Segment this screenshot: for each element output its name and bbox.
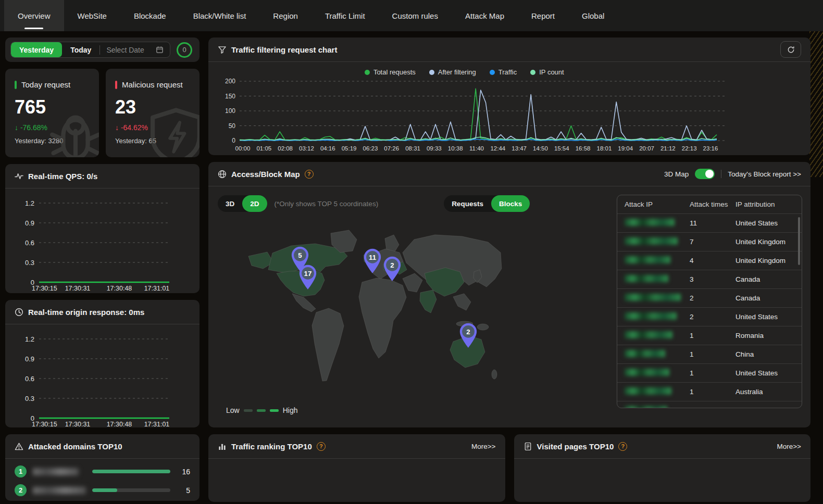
nav-tab-report[interactable]: Report: [518, 0, 568, 31]
bottom-row: Traffic ranking TOP10 ? More>> Visited p…: [208, 434, 810, 502]
nav-tab-overview[interactable]: Overview: [4, 0, 64, 31]
dimension-segment: 3D 2D: [218, 195, 267, 212]
domain-value: 5: [177, 486, 190, 495]
svg-text:150: 150: [225, 93, 235, 100]
top-nav: OverviewWebSiteBlockadeBlack/White listR…: [0, 0, 823, 31]
nav-tab-attack-map[interactable]: Attack Map: [452, 0, 518, 31]
2d-button[interactable]: 2D: [242, 195, 267, 212]
bug-icon: [45, 105, 99, 157]
legend-item[interactable]: After filtering: [429, 68, 476, 76]
nav-tab-custom-rules[interactable]: Custom rules: [379, 0, 452, 31]
legend-label: Traffic: [498, 68, 517, 76]
table-row: 3Canada: [617, 270, 802, 289]
nav-tab-blockade[interactable]: Blockade: [120, 0, 180, 31]
3d-map-label: 3D Map: [664, 170, 689, 178]
date-selector-card: Yesterday Today Select Date 0: [5, 37, 199, 62]
table-header-row: Attack IPAttack timesIP attribution: [617, 195, 802, 214]
status-ring-badge[interactable]: 0: [177, 42, 192, 58]
blurred-attack-ip: [625, 219, 675, 226]
svg-text:17: 17: [304, 270, 312, 278]
density-swatch: [270, 409, 279, 412]
legend-item[interactable]: IP count: [530, 68, 564, 76]
blocks-button[interactable]: Blocks: [491, 195, 530, 212]
attacked-domains-title: Attacked domains TOP10: [28, 442, 122, 451]
svg-text:17:30:31: 17:30:31: [65, 285, 90, 292]
attacked-domains-list: 11625: [5, 459, 199, 499]
legend-item[interactable]: Total requests: [365, 68, 416, 76]
map-help-icon[interactable]: ?: [305, 170, 314, 179]
legend-label: IP count: [539, 68, 564, 76]
map-pin[interactable]: 2: [458, 323, 478, 349]
rank-badge: 2: [15, 484, 27, 496]
svg-text:16:58: 16:58: [576, 145, 591, 152]
domain-row: 116: [5, 462, 199, 481]
requests-button[interactable]: Requests: [444, 195, 491, 212]
map-density-legend: Low High: [226, 406, 297, 414]
traffic-chart: 20015010050000:0001:0502:0803:1204:1605:…: [218, 77, 801, 155]
svg-text:17:30:15: 17:30:15: [32, 285, 57, 292]
right-column: Traffic filtering request chart Total re…: [208, 37, 810, 502]
blurred-attack-ip: [625, 406, 667, 408]
svg-text:17:30:15: 17:30:15: [32, 421, 57, 427]
domain-bar-fill: [92, 470, 170, 473]
attack-times-cell: 2: [690, 313, 735, 321]
blurred-attack-ip: [625, 237, 678, 245]
blurred-domain: [33, 468, 79, 475]
map-pin[interactable]: 2: [382, 256, 402, 282]
svg-text:0.3: 0.3: [24, 259, 34, 267]
traffic-ranking-more-link[interactable]: More>>: [471, 443, 496, 450]
3d-map-toggle[interactable]: [695, 169, 715, 179]
ip-attribution-cell: Germany: [735, 407, 794, 408]
refresh-button[interactable]: [780, 41, 801, 58]
nav-tab-black-white-list[interactable]: Black/White list: [180, 0, 260, 31]
chart-legend: Total requestsAfter filteringTrafficIP c…: [208, 68, 720, 76]
document-icon: [523, 442, 532, 451]
domain-bar-track: [92, 470, 170, 473]
table-scrollbar[interactable]: [798, 217, 800, 265]
svg-text:07:26: 07:26: [384, 145, 399, 152]
ip-attribution-cell: Canada: [735, 294, 794, 302]
svg-text:21:12: 21:12: [660, 145, 676, 152]
origin-chart: 1.20.90.60.3017:30:1517:30:3117:30:4817:…: [15, 329, 190, 427]
yesterday-button[interactable]: Yesterday: [11, 42, 62, 57]
visited-pages-help-icon[interactable]: ?: [618, 442, 627, 451]
traffic-ranking-help-icon[interactable]: ?: [317, 442, 326, 451]
nav-tab-website[interactable]: WebSite: [64, 0, 120, 31]
legend-item[interactable]: Traffic: [490, 68, 517, 76]
shield-lightning-icon: [145, 105, 199, 157]
svg-text:0.9: 0.9: [24, 219, 34, 227]
stat-title: Today request: [15, 80, 90, 89]
nav-tab-traffic-limit[interactable]: Traffic Limit: [311, 0, 379, 31]
map-pin[interactable]: 17: [298, 264, 318, 291]
attacked-domains-card: Attacked domains TOP10 11625: [5, 434, 199, 501]
legend-label: After filtering: [438, 68, 476, 76]
svg-text:09:33: 09:33: [427, 145, 442, 152]
attack-times-cell: 1: [690, 350, 735, 358]
india: [420, 290, 437, 313]
table-row: 1Australia: [617, 383, 802, 401]
stat-title-text: Malicious request: [122, 80, 183, 89]
select-date-field[interactable]: Select Date: [100, 46, 169, 54]
funnel-icon: [218, 45, 227, 54]
date-segment-group: Yesterday Today Select Date: [10, 42, 170, 58]
svg-text:17:30:48: 17:30:48: [106, 421, 132, 427]
warning-icon: [15, 442, 23, 451]
3d-button[interactable]: 3D: [218, 195, 242, 212]
block-report-link[interactable]: Today's Block report >>: [728, 170, 801, 178]
visited-pages-more-link[interactable]: More>>: [777, 443, 801, 450]
table-row: 1United States: [617, 364, 802, 383]
nav-tab-global[interactable]: Global: [568, 0, 618, 31]
blurred-attack-ip: [625, 369, 669, 376]
nav-tab-region[interactable]: Region: [259, 0, 311, 31]
ip-attribution-cell: United States: [735, 219, 794, 227]
map-pin[interactable]: 11: [363, 248, 382, 274]
svg-text:2: 2: [466, 328, 470, 336]
table-row: 1Romania: [617, 326, 802, 345]
ip-attribution-cell: Australia: [735, 388, 794, 396]
svg-text:00:00: 00:00: [235, 145, 251, 152]
svg-text:12:44: 12:44: [490, 145, 505, 152]
attack-ip-table: Attack IPAttack timesIP attribution11Uni…: [617, 195, 802, 408]
svg-text:19:04: 19:04: [618, 145, 633, 152]
legend-dot: [365, 70, 370, 75]
today-button[interactable]: Today: [62, 42, 99, 57]
